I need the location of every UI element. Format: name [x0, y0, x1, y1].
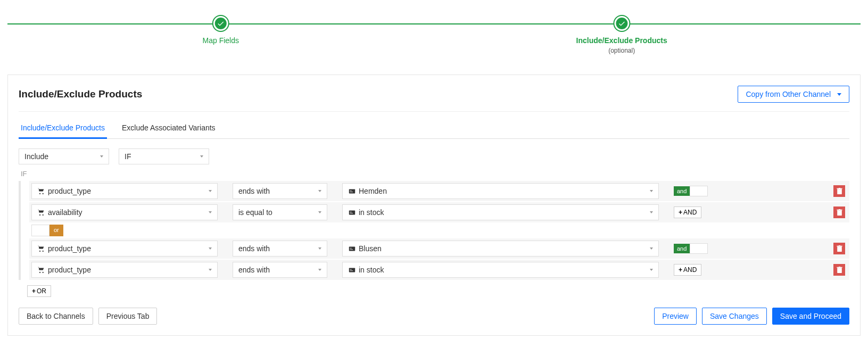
operator-select[interactable]: is equal to — [233, 204, 327, 220]
step-2-label: Include/Exclude Products — [576, 36, 667, 45]
rule-row: availability is equal to in stock — [29, 202, 849, 222]
main-panel: Include/Exclude Products Copy from Other… — [7, 75, 861, 336]
chevron-down-icon — [209, 269, 212, 271]
value-select[interactable]: in stock — [342, 204, 659, 220]
chevron-down-icon — [650, 247, 653, 250]
delete-button[interactable] — [833, 185, 845, 197]
rule-row: product_type ends with Blusen — [29, 238, 849, 259]
operator-select[interactable]: ends with — [233, 241, 327, 257]
text-icon — [348, 209, 356, 216]
copy-channel-button[interactable]: Copy from Other Channel — [738, 86, 849, 103]
trash-icon — [837, 209, 842, 216]
chevron-down-icon — [200, 155, 203, 158]
chevron-down-icon — [650, 190, 653, 192]
chevron-down-icon — [209, 211, 212, 213]
value-select[interactable]: in stock — [342, 262, 659, 278]
operator-select[interactable]: ends with — [233, 262, 327, 278]
svg-rect-10 — [350, 269, 351, 269]
cart-icon — [37, 209, 45, 216]
copy-channel-label: Copy from Other Channel — [746, 90, 831, 98]
stepper-line — [7, 23, 861, 24]
value-select[interactable]: Blusen — [342, 241, 659, 257]
svg-rect-5 — [350, 213, 353, 213]
save-proceed-button[interactable]: Save and Proceed — [772, 308, 849, 325]
field-select[interactable]: availability — [31, 204, 218, 220]
svg-rect-0 — [349, 189, 354, 193]
delete-button[interactable] — [833, 264, 845, 276]
step-2-sub: (optional) — [576, 47, 667, 54]
svg-rect-8 — [350, 249, 353, 250]
text-icon — [348, 187, 356, 195]
add-and-button[interactable]: + AND — [674, 206, 701, 218]
add-and-button[interactable]: + AND — [674, 264, 701, 276]
step-2-circle[interactable] — [614, 16, 629, 31]
svg-rect-2 — [350, 192, 353, 192]
save-changes-button[interactable]: Save Changes — [702, 308, 767, 325]
cart-icon — [37, 245, 45, 252]
svg-rect-6 — [349, 246, 354, 251]
chevron-down-icon — [318, 190, 321, 192]
check-icon — [217, 20, 225, 27]
back-channels-button[interactable]: Back to Channels — [19, 308, 93, 325]
delete-button[interactable] — [833, 206, 845, 218]
svg-rect-7 — [350, 247, 351, 248]
trash-icon — [837, 188, 842, 194]
chevron-down-icon — [100, 155, 103, 158]
step-1-label: Map Fields — [203, 36, 239, 45]
svg-rect-3 — [349, 210, 354, 214]
svg-rect-4 — [350, 211, 351, 212]
chevron-down-icon — [318, 211, 321, 213]
tabs: Include/Exclude Products Exclude Associa… — [19, 118, 849, 139]
plus-icon: + — [679, 266, 682, 274]
or-badge[interactable]: or — [49, 225, 63, 236]
or-separator: or — [29, 225, 849, 236]
tab-exclude-variants[interactable]: Exclude Associated Variants — [120, 118, 218, 139]
operator-select[interactable]: ends with — [233, 183, 327, 199]
bool-badge-and[interactable]: and — [674, 186, 711, 196]
footer: Back to Channels Previous Tab Preview Sa… — [19, 308, 849, 325]
field-select[interactable]: product_type — [31, 262, 218, 278]
value-select[interactable]: Hemden — [342, 183, 659, 199]
preview-button[interactable]: Preview — [654, 308, 697, 325]
cart-icon — [37, 266, 45, 274]
condition-select[interactable]: IF — [119, 148, 209, 164]
plus-icon: + — [32, 287, 36, 295]
check-icon — [618, 20, 625, 27]
stepper: Map Fields Include/Exclude Products (opt… — [7, 16, 861, 59]
previous-tab-button[interactable]: Previous Tab — [98, 308, 158, 325]
rule-row: product_type ends with Hemden — [29, 181, 849, 201]
trash-icon — [837, 245, 842, 252]
if-label: IF — [21, 170, 849, 178]
chevron-down-icon — [318, 247, 321, 250]
chevron-down-icon — [650, 211, 653, 213]
bool-badge-and[interactable]: and — [674, 243, 711, 254]
chevron-down-icon — [318, 269, 321, 271]
field-select[interactable]: product_type — [31, 241, 218, 257]
svg-rect-11 — [350, 270, 353, 271]
tab-include-exclude[interactable]: Include/Exclude Products — [19, 118, 107, 139]
delete-button[interactable] — [833, 243, 845, 254]
plus-icon: + — [679, 209, 682, 216]
chevron-down-icon — [209, 247, 212, 250]
add-or-button[interactable]: + OR — [27, 285, 51, 297]
chevron-down-icon — [650, 269, 653, 271]
svg-rect-1 — [350, 190, 351, 191]
page-title: Include/Exclude Products — [19, 88, 142, 100]
text-icon — [348, 245, 356, 252]
rule-group: product_type ends with Hemden — [19, 181, 849, 280]
rule-row: product_type ends with in stock — [29, 260, 849, 280]
mode-select[interactable]: Include — [19, 148, 109, 164]
chevron-down-icon — [209, 190, 212, 192]
trash-icon — [837, 267, 842, 273]
cart-icon — [37, 187, 45, 195]
step-1-circle[interactable] — [213, 16, 228, 31]
text-icon — [348, 266, 356, 274]
chevron-down-icon — [837, 93, 841, 96]
field-select[interactable]: product_type — [31, 183, 218, 199]
svg-rect-9 — [349, 268, 354, 272]
